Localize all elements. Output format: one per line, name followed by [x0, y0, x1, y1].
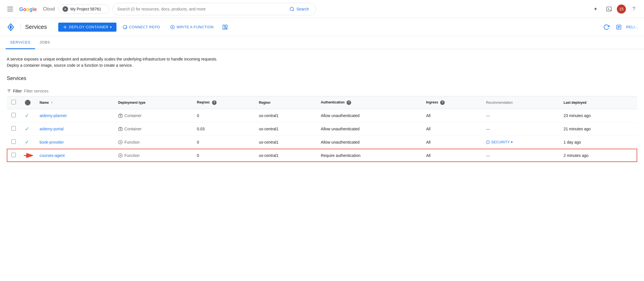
service-link[interactable]: aidemy-portal	[40, 127, 64, 131]
row-deployment-type-cell: Container	[114, 122, 192, 135]
layout-icon	[222, 24, 228, 30]
row-authentication-cell: Allow unauthenticated	[316, 109, 422, 122]
status-ok-icon: ✓	[25, 113, 29, 118]
auth-info-icon[interactable]: ?	[347, 100, 351, 105]
deploy-plus-icon	[63, 25, 67, 29]
row-req-sec-cell: 0	[192, 135, 254, 149]
row-ingress-cell: All	[422, 109, 481, 122]
header-status	[20, 96, 35, 109]
ingress-info-icon[interactable]: ?	[440, 100, 445, 105]
tab-services[interactable]: SERVICES	[6, 36, 35, 49]
svg-rect-21	[118, 114, 122, 117]
filter-button[interactable]: Filter	[7, 89, 22, 93]
function-icon	[170, 25, 175, 29]
service-navigation: Services DEPLOY CONTAINER ▾ CONNECT REPO…	[0, 18, 644, 36]
row-req-sec-cell: 0.03	[192, 122, 254, 135]
svg-point-22	[120, 116, 121, 116]
row-checkbox-cell	[7, 109, 20, 122]
row-recommendation-cell: SECURITY ▾	[481, 135, 559, 149]
row-last-deployed-cell: 23 minutes ago	[559, 109, 637, 122]
row-checkbox[interactable]	[11, 139, 16, 144]
search-button[interactable]: Search	[287, 5, 311, 13]
red-arrow-annotation	[22, 151, 34, 160]
table-header: Name ↑ Deployment type Req/sec ? Region …	[7, 96, 637, 109]
svg-rect-11	[223, 25, 224, 29]
table-row: ✓ courses-agent Function 0 us-central1 R…	[7, 149, 637, 162]
header-deployment-type: Deployment type	[114, 96, 192, 109]
service-link[interactable]: book-provider	[40, 140, 64, 144]
service-link[interactable]: aidemy-planner	[40, 113, 67, 118]
row-region-cell: us-central1	[254, 135, 316, 149]
reli-label: RELI...	[626, 25, 638, 29]
row-last-deployed-cell: 2 minutes ago	[559, 149, 637, 162]
service-nav-right: RELI...	[601, 22, 638, 32]
cloud-run-logo	[6, 22, 16, 32]
header-recommendation: Recommendation	[481, 96, 559, 109]
status-ok-icon: ✓	[25, 126, 29, 132]
svg-rect-13	[226, 28, 227, 29]
recommendation-dash: —	[486, 113, 490, 118]
cloud-text: Cloud	[43, 7, 55, 12]
row-name-cell: aidemy-portal	[35, 122, 114, 135]
name-sort-icon: ↑	[51, 101, 53, 105]
sparkle-button[interactable]: ✦	[590, 3, 601, 15]
header-select-all	[7, 96, 20, 109]
row-status-cell: ✓	[20, 109, 35, 122]
filter-icon	[7, 89, 11, 93]
project-selector[interactable]: ● My Project 58761	[58, 4, 109, 14]
security-badge[interactable]: SECURITY ▾	[486, 140, 554, 144]
top-navigation: Google Cloud ● My Project 58761 Search ✦…	[0, 0, 644, 18]
security-lightbulb-icon	[486, 140, 490, 144]
header-ingress: Ingress ?	[422, 96, 481, 109]
terminal-icon	[606, 6, 612, 12]
security-dropdown-button[interactable]: ▾	[511, 140, 513, 144]
github-icon	[123, 25, 127, 29]
row-recommendation-cell: —	[481, 122, 559, 135]
terminal-button[interactable]	[603, 3, 615, 15]
search-input[interactable]	[117, 7, 285, 11]
refresh-icon	[603, 24, 610, 30]
refresh-button[interactable]	[601, 22, 611, 32]
user-avatar[interactable]: 15	[617, 5, 626, 14]
search-icon	[289, 7, 295, 12]
main-content: A service exposes a unique endpoint and …	[0, 49, 644, 162]
row-region-cell: us-central1	[254, 109, 316, 122]
hamburger-icon	[5, 5, 15, 14]
row-deployment-type-cell: Function	[114, 135, 192, 149]
filter-input[interactable]	[24, 89, 81, 93]
tab-jobs[interactable]: JOBS	[35, 36, 55, 49]
connect-repo-button[interactable]: CONNECT REPO	[119, 23, 164, 32]
row-deployment-type-cell: Function	[114, 149, 192, 162]
row-checkbox-cell	[7, 149, 20, 162]
search-bar: Search	[113, 3, 316, 15]
service-link[interactable]: courses-agent	[40, 153, 65, 158]
service-title: Services	[20, 24, 47, 30]
table-body: ✓ aidemy-planner Container 0 us-central1…	[7, 109, 637, 162]
table-row: ✓ book-provider Function 0 us-central1 A…	[7, 135, 637, 149]
description: A service exposes a unique endpoint and …	[7, 56, 637, 69]
row-name-cell: aidemy-planner	[35, 109, 114, 122]
row-name-cell: courses-agent	[35, 149, 114, 162]
svg-rect-8	[63, 27, 67, 27]
hamburger-menu-button[interactable]	[5, 3, 16, 15]
header-authentication: Authentication ?	[316, 96, 422, 109]
row-req-sec-cell: 0	[192, 109, 254, 122]
services-table: Name ↑ Deployment type Req/sec ? Region …	[7, 96, 637, 162]
row-checkbox[interactable]	[11, 153, 16, 157]
row-recommendation-cell: —	[481, 109, 559, 122]
write-function-button[interactable]: WRITE A FUNCTION	[166, 23, 218, 32]
row-authentication-cell: Allow unauthenticated	[316, 135, 422, 149]
logs-button[interactable]	[614, 22, 624, 32]
req-sec-info-icon[interactable]: ?	[212, 100, 217, 105]
help-button[interactable]: ?	[628, 3, 639, 15]
row-checkbox[interactable]	[11, 113, 16, 117]
deploy-container-button[interactable]: DEPLOY CONTAINER ▾	[58, 23, 116, 32]
row-ingress-cell: All	[422, 122, 481, 135]
service-actions: DEPLOY CONTAINER ▾ CONNECT REPO WRITE A …	[58, 22, 230, 32]
row-status-cell: ✓	[20, 135, 35, 149]
row-checkbox[interactable]	[11, 126, 16, 131]
services-section-title: Services	[7, 75, 637, 81]
layout-button[interactable]	[220, 22, 230, 32]
tabs-bar: SERVICES JOBS	[0, 36, 644, 49]
select-all-checkbox[interactable]	[11, 100, 16, 104]
